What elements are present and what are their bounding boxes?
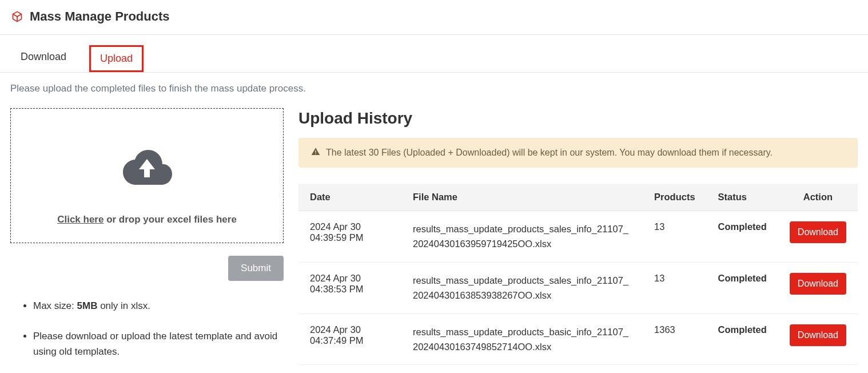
download-button[interactable]: Download	[790, 273, 846, 295]
download-button[interactable]: Download	[790, 324, 846, 346]
col-file: File Name	[401, 184, 643, 211]
note-max-size: Max size: 5MB only in xlsx.	[33, 298, 284, 314]
cell-file: results_mass_update_products_sales_info_…	[401, 211, 643, 263]
svg-rect-2	[315, 153, 316, 154]
download-button[interactable]: Download	[790, 221, 846, 243]
dropzone-rest: or drop your excel files here	[103, 214, 236, 225]
alert-text: The latest 30 Files (Uploaded + Download…	[326, 148, 773, 158]
col-date: Date	[298, 184, 401, 211]
cloud-upload-icon	[22, 149, 272, 188]
table-row: 2024 Apr 30 04:37:49 PM results_mass_upd…	[298, 314, 858, 365]
dropzone-text: Click here or drop your excel files here	[22, 214, 272, 225]
notes-list: Max size: 5MB only in xlsx. Please downl…	[10, 298, 284, 360]
tab-upload[interactable]: Upload	[89, 45, 144, 72]
cell-file: results_mass_update_products_sales_info_…	[401, 262, 643, 314]
instruction-text: Please upload the completed files to fin…	[0, 73, 868, 98]
svg-rect-1	[315, 150, 316, 153]
main-content: Click here or drop your excel files here…	[0, 98, 868, 373]
history-title: Upload History	[298, 109, 858, 128]
col-status: Status	[707, 184, 778, 211]
box-icon	[11, 11, 23, 22]
submit-button[interactable]: Submit	[228, 256, 284, 281]
click-here-link[interactable]: Click here	[57, 214, 103, 225]
cell-date: 2024 Apr 30 04:39:59 PM	[298, 211, 401, 263]
cell-products: 1363	[643, 314, 707, 365]
cell-status: Completed	[707, 262, 778, 314]
history-table: Date File Name Products Status Action 20…	[298, 184, 858, 365]
page-header: Mass Manage Products	[0, 0, 868, 35]
cell-status: Completed	[707, 211, 778, 263]
tabs: Download Upload	[0, 45, 868, 73]
submit-row: Submit	[10, 256, 284, 281]
cell-date: 2024 Apr 30 04:37:49 PM	[298, 314, 401, 365]
upload-panel: Click here or drop your excel files here…	[10, 108, 284, 373]
cell-file: results_mass_update_products_basic_info_…	[401, 314, 643, 365]
file-dropzone[interactable]: Click here or drop your excel files here	[10, 108, 284, 243]
history-panel: Upload History The latest 30 Files (Uplo…	[298, 108, 858, 365]
cell-date: 2024 Apr 30 04:38:53 PM	[298, 262, 401, 314]
cell-products: 13	[643, 262, 707, 314]
col-products: Products	[643, 184, 707, 211]
note-template: Please download or upload the latest tem…	[33, 328, 284, 359]
cell-status: Completed	[707, 314, 778, 365]
tab-download[interactable]: Download	[11, 45, 75, 72]
warning-icon	[311, 147, 320, 158]
history-alert: The latest 30 Files (Uploaded + Download…	[298, 138, 858, 168]
cell-products: 13	[643, 211, 707, 263]
table-row: 2024 Apr 30 04:39:59 PM results_mass_upd…	[298, 211, 858, 263]
col-action: Action	[778, 184, 858, 211]
table-row: 2024 Apr 30 04:38:53 PM results_mass_upd…	[298, 262, 858, 314]
page-title: Mass Manage Products	[30, 9, 170, 24]
table-header-row: Date File Name Products Status Action	[298, 184, 858, 211]
